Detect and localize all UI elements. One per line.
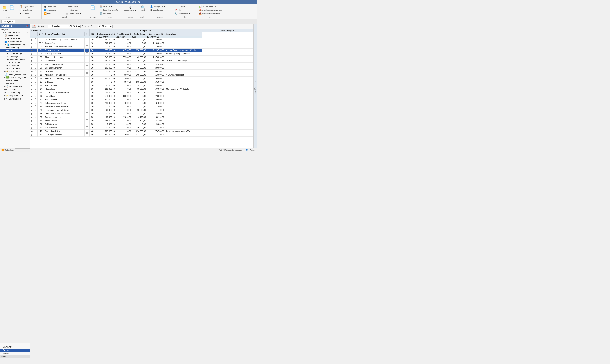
row-expand-arrow[interactable]: ▶ <box>30 98 34 101</box>
fix-checkbox[interactable] <box>86 98 88 101</box>
table-row[interactable]: ▶ 41 Heizungsinstallation 400 460 000,00… <box>30 133 253 136</box>
table-row[interactable]: ▶ 27 Malerarbeiten 300 445 000,00 0,00 1… <box>30 119 253 122</box>
sidebar-item-projektstruktur[interactable]: 🏗 Projektstruktur <box>0 37 30 40</box>
fix-checkbox[interactable] <box>86 45 88 48</box>
einstellungen-button[interactable]: ⚙Einstellungen <box>149 8 171 12</box>
sidebar-item-umbuchungen[interactable]: Umbuchungen <box>0 55 30 58</box>
sidebar-item-budget[interactable]: Budget <box>0 49 30 52</box>
gruppieren-button[interactable]: 👥Gruppieren <box>43 8 65 12</box>
management-button[interactable]: 👤Management ▼ <box>149 5 171 8</box>
table-row[interactable]: ▶ 18 Natur- und Betonwerksteine 300 48 0… <box>30 91 253 94</box>
row-expand-arrow[interactable]: ▶ <box>30 87 34 91</box>
sidebar-item-kostenplanung[interactable]: Kostenplanung <box>0 46 30 49</box>
fix-checkbox[interactable] <box>86 84 88 87</box>
fix-checkbox[interactable] <box>86 52 88 55</box>
row-fix[interactable] <box>84 126 90 130</box>
fix-checkbox[interactable] <box>86 77 88 80</box>
row-expand-arrow[interactable]: ▶ <box>30 45 34 48</box>
row-expand-arrow[interactable]: ▶ <box>30 130 34 133</box>
sidebar-item-leistungsverzeichnis[interactable]: 📄 Leistungsverzeichnis <box>0 73 30 76</box>
row-fix[interactable] <box>84 52 90 55</box>
sidebar-item-finanzquellen[interactable]: Finanzquellen <box>0 79 30 82</box>
fix-checkbox[interactable] <box>86 74 88 76</box>
row-fix[interactable] <box>84 119 90 122</box>
row-fix[interactable] <box>84 91 90 94</box>
row-expand-arrow[interactable]: ▶ <box>30 41 34 45</box>
table-row[interactable]: ▶ 01 Abbruch- und Rückbauarbeiten 200 10… <box>30 45 253 48</box>
fix-checkbox[interactable] <box>86 60 88 62</box>
sidebar-item-auftragsmanagement[interactable]: Auftragsmanagement <box>0 58 30 61</box>
row-fix[interactable] <box>84 55 90 59</box>
sidebar-item-finanzierungsplaene[interactable]: ▶ 💹 Finanzierungspläne <box>0 76 30 79</box>
fix-checkbox[interactable] <box>86 116 88 118</box>
fix-checkbox[interactable] <box>86 63 88 66</box>
row-fix[interactable] <box>84 59 90 63</box>
fix-checkbox[interactable] <box>86 123 88 125</box>
sidebar-item-kostenprognose[interactable]: Kostenprognose <box>0 67 30 70</box>
sidebar-item-projektbeteiligte[interactable]: 👥 Projektbeteiligte <box>0 40 30 43</box>
sidebar-item-archive[interactable]: ▶ 🗂 Archive <box>0 88 30 91</box>
table-row[interactable]: ▶ 16 Estricharbeiten 300 340 000,00 0,00… <box>30 84 253 87</box>
table-row[interactable]: ▶ 40 Sanitärinstallation 400 120 000,00 … <box>30 130 253 133</box>
sidebar-item-kontakte[interactable]: Kontakte <box>0 82 30 85</box>
hilfe-button[interactable]: ❓Hilfe <box>173 8 196 12</box>
row-fix[interactable] <box>84 45 90 48</box>
fix-checkbox[interactable] <box>86 95 88 97</box>
row-expand-arrow[interactable]: ▶ <box>30 66 34 69</box>
preisbasis-select[interactable]: 01.01.2022 <box>98 25 113 28</box>
col-gewerk[interactable]: Gewerk/Vergabeeinheit <box>44 32 84 36</box>
sidebar-item-projektaenderungen[interactable]: Projektänderungen <box>0 52 30 55</box>
sidebar-pin-icon[interactable]: 📌 <box>26 25 29 27</box>
row-expand-arrow[interactable]: ▶ <box>30 122 34 126</box>
row-expand-arrow[interactable]: ▶ <box>30 94 34 98</box>
row-expand-arrow[interactable]: ▶ <box>30 108 34 112</box>
row-fix[interactable] <box>84 115 90 119</box>
table-row[interactable]: ▶ 12 Metallbau (Türe und Tore) 300 0,00 … <box>30 73 253 77</box>
row-fix[interactable] <box>84 98 90 101</box>
fix-checkbox[interactable] <box>86 112 88 115</box>
table-row[interactable]: ▶ 26 Trockenbauarbeiten 300 400 000,00 2… <box>30 115 253 119</box>
sidebar-item-kostencontrolling[interactable]: ▼ 📊 Kostencontrolling <box>0 43 30 46</box>
row-fix[interactable] <box>84 66 90 69</box>
projekt-anlegen-button[interactable]: 📋Projekt anlegen <box>18 5 40 8</box>
fix-checkbox[interactable] <box>86 133 88 136</box>
row-fix[interactable] <box>84 84 90 87</box>
lv-open-button[interactable]: 📄LV öffn... <box>8 5 16 12</box>
tab-budget[interactable]: Budget ✕ <box>1 20 15 23</box>
row-fix[interactable] <box>84 77 90 80</box>
row-fix[interactable] <box>84 105 90 108</box>
projektdaten-exportieren-button[interactable]: 📤Projektdaten exportieren... <box>198 8 223 12</box>
table-row[interactable]: ▶ 21 Schreinerarbeiten Türen 300 450 000… <box>30 101 253 105</box>
row-expand-arrow[interactable]: ▶ <box>30 126 34 130</box>
col-nr[interactable]: Nr. △ <box>38 32 44 36</box>
col-budget-urspr[interactable]: Budget ursprüngl. Σ <box>96 32 116 36</box>
table-row[interactable]: ▶ 15 Schlosser 300 0,00 6 000,00 185 000… <box>30 80 253 84</box>
row-fix[interactable] <box>84 87 90 91</box>
aenderungen-button[interactable]: ✏Änderungen <box>65 8 87 12</box>
row-expand-arrow[interactable]: ▶ <box>30 133 34 136</box>
row-expand-arrow[interactable]: ▶ <box>30 48 34 52</box>
row-expand-arrow[interactable]: ▶ <box>30 73 34 77</box>
row-expand-arrow[interactable]: ▶ <box>30 55 34 59</box>
row-expand-arrow[interactable]: ▶ <box>30 91 34 94</box>
sidebar-item-projektvorlagen[interactable]: ▶ 📁 Projektvorlagen <box>0 94 30 97</box>
row-fix[interactable] <box>84 108 90 112</box>
spaltenprofile-button[interactable]: ▤Spaltenprofile ▼ <box>65 12 87 15</box>
table-row[interactable]: ▶ 06 Zimmerer & Holzbau 300 1 940 000,00… <box>30 55 253 59</box>
berichtswesen-button[interactable]: 🖨Berichtswesen ▼ <box>123 5 137 12</box>
table-row[interactable]: ▶ 19 Parkettboden 300 240 000,00 38 600,… <box>30 94 253 98</box>
row-expand-arrow[interactable]: ▶ <box>30 115 34 119</box>
sidebar-item-uebersichtslisten[interactable]: ▶ 📋 Übersichtslisten <box>0 85 30 88</box>
table-row[interactable]: ▶ 11 Metallbau 300 1 070 000,00 0,00 -17… <box>30 69 253 73</box>
row-expand-arrow[interactable]: ▶ <box>30 63 34 66</box>
vorlage-button[interactable]: 📄 <box>90 5 96 10</box>
spalten-fixieren-button[interactable]: ▦Spalten fixieren <box>43 5 65 8</box>
row-fix[interactable] <box>84 69 90 73</box>
kostenberechnung-select[interactable]: lt. Kostenberechnung 20.06.2016 <box>48 25 81 28</box>
table-row[interactable]: ▶ 00.2 Grundstück 100 1 960 000,00 0,00 … <box>30 41 253 45</box>
sidebar-item-festschreibung[interactable]: ✒ Festschreibung <box>0 91 30 94</box>
table-row[interactable]: ▶ 17 Fliesenleger 300 110 000,00 0,00 89… <box>30 87 253 91</box>
fix-checkbox[interactable] <box>86 119 88 122</box>
fix-checkbox[interactable] <box>86 127 88 129</box>
row-expand-arrow[interactable]: ▶ <box>30 119 34 122</box>
